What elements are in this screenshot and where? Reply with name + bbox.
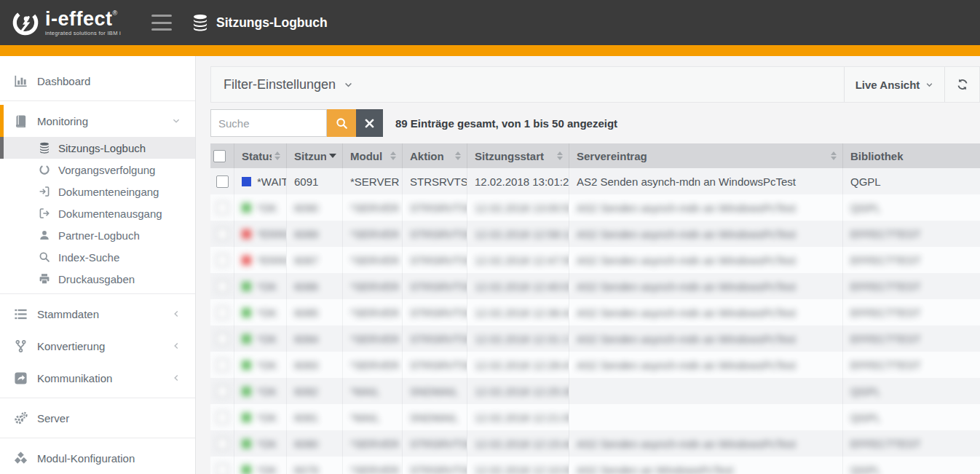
row-checkbox[interactable] bbox=[216, 333, 229, 345]
aktion-cell: SNDMAIL bbox=[403, 378, 467, 404]
row-checkbox[interactable] bbox=[216, 438, 229, 450]
row-checkbox[interactable] bbox=[216, 228, 229, 240]
sidebar-subitem-vorgangsverfolgung[interactable]: Vorgangsverfolgung bbox=[0, 159, 195, 181]
sidebar-divider bbox=[0, 293, 195, 294]
app-logo[interactable]: i-effect® integrated solutions for IBM i bbox=[10, 7, 121, 38]
aktion-value: STRSRVTSK bbox=[410, 438, 467, 450]
sidebar-subitem-dokumentenausgang[interactable]: Dokumentenausgang bbox=[0, 202, 195, 224]
accent-bar bbox=[0, 45, 980, 56]
status-cell: *OK bbox=[234, 352, 287, 378]
status-cell: *OK bbox=[234, 273, 287, 299]
sidebar-subitem-partner-logbuch[interactable]: Partner-Logbuch bbox=[0, 224, 195, 246]
column-header-sitzung[interactable]: Sitzung bbox=[287, 143, 343, 168]
row-checkbox[interactable] bbox=[216, 385, 229, 398]
sidebar-item-label: Kommunikation bbox=[37, 372, 112, 384]
chevron-down-icon bbox=[172, 116, 181, 125]
column-header-bibliothek[interactable]: Bibliothek bbox=[843, 143, 980, 168]
table-row[interactable]: *OK6086*SERVERSTRSRVTSK12.02.2018 12:40:… bbox=[210, 273, 980, 299]
sidebar-item-kommunikation[interactable]: Kommunikation bbox=[0, 362, 195, 394]
table-row[interactable]: *WAIT6091*SERVERSTRSRVTSK12.02.2018 13:0… bbox=[210, 168, 980, 194]
sidebar-item-monitoring[interactable]: Monitoring bbox=[0, 105, 195, 137]
menu-toggle-icon[interactable] bbox=[151, 15, 172, 31]
column-header-aktion[interactable]: Aktion bbox=[403, 143, 467, 168]
aktion-cell: STRSRVTSK bbox=[403, 299, 467, 325]
modul-value: *SERVER bbox=[350, 464, 399, 474]
table-row[interactable]: *OK6085*SERVERSTRSRVTSK12.02.2018 12:36:… bbox=[210, 299, 980, 325]
search-input[interactable] bbox=[210, 109, 327, 137]
table-row[interactable]: *OK6090*SERVERSTRSRVTSK12.02.2018 13:00:… bbox=[210, 194, 980, 221]
circle-notch-icon bbox=[39, 164, 50, 175]
status-square-icon bbox=[242, 203, 251, 213]
table-row[interactable]: *ERROR6089*SERVERSTRSRVTSK12.02.2018 12:… bbox=[210, 221, 980, 247]
column-header-status[interactable]: Status bbox=[234, 143, 287, 168]
row-checkbox[interactable] bbox=[216, 175, 229, 188]
sitzung-cell: 6082 bbox=[287, 378, 343, 404]
sort-icons bbox=[390, 151, 396, 160]
table-row[interactable]: *OK6083*SERVERSTRSRVTSK12.02.2018 12:28:… bbox=[210, 352, 980, 378]
sign-in-icon bbox=[39, 186, 50, 197]
row-checkbox[interactable] bbox=[216, 307, 229, 319]
sort-icons bbox=[274, 151, 280, 160]
search-icon bbox=[39, 251, 50, 263]
sidebar-subitem-dokumenteneingang[interactable]: Dokumenteneingang bbox=[0, 181, 195, 202]
servereintrag-cell: AS2 Senden asynch-mdn an WindowsPcTest bbox=[569, 221, 843, 247]
row-checkbox[interactable] bbox=[216, 411, 229, 424]
select-all-checkbox[interactable] bbox=[213, 150, 226, 162]
servereintrag-value: AS2 Senden asynch-mdn an WindowsPcTest bbox=[577, 359, 796, 371]
sidebar-item-server[interactable]: Server bbox=[0, 402, 195, 434]
sitzung-value: 6085 bbox=[294, 307, 318, 319]
aktion-value: STRSRVTSK bbox=[410, 254, 467, 266]
bibliothek-cell: EFFECTTEST bbox=[843, 299, 980, 325]
sitzungsstart-value: 12.02.2018 12:10:09 bbox=[475, 464, 569, 474]
sidebar-subitem-index-suche[interactable]: Index-Suche bbox=[0, 246, 195, 268]
table-row[interactable]: *OK6084*SERVERSTRSRVTSK12.02.2018 12:31:… bbox=[210, 325, 980, 352]
servereintrag-cell: AS2 Senden asynch-mdn an WindowsPcTest bbox=[569, 168, 843, 194]
sitzungsstart-value: 12.02.2018 12:21:06 bbox=[475, 411, 569, 424]
header-checkbox-cell[interactable] bbox=[210, 143, 234, 168]
modul-cell: *SERVER bbox=[343, 168, 403, 194]
row-checkbox[interactable] bbox=[216, 464, 229, 474]
servereintrag-value: AS2 Senden asynch-mdn an WindowsPcTest bbox=[577, 228, 796, 240]
modul-cell: *SERVER bbox=[343, 273, 403, 299]
row-checkbox[interactable] bbox=[216, 202, 229, 214]
sidebar-item-konvertierung[interactable]: Konvertierung bbox=[0, 330, 195, 362]
sidebar-item-modul-konfiguration[interactable]: Modul-Konfiguration bbox=[0, 442, 195, 474]
bibliothek-value: EFFECTTEST bbox=[850, 359, 921, 371]
table-row[interactable]: *OK6080*SERVERSTRSRVTSK12.02.2018 12:15:… bbox=[210, 430, 980, 457]
search-button[interactable] bbox=[327, 109, 356, 137]
sidebar-item-stammdaten[interactable]: Stammdaten bbox=[0, 298, 195, 330]
sitzung-value: 6083 bbox=[294, 359, 318, 371]
row-checkbox[interactable] bbox=[216, 254, 229, 266]
column-header-servereintrag[interactable]: Servereintrag bbox=[569, 143, 843, 168]
table-row[interactable]: *ERROR6087*SERVERSTRSRVTSK12.02.2018 12:… bbox=[210, 247, 980, 273]
servereintrag-cell: AS2 Senden asynch-mdn an WindowsPcTest bbox=[569, 247, 843, 273]
servereintrag-value: AS2 Senden asynch-mdn an WindowsPcTest bbox=[577, 254, 796, 266]
table-row[interactable]: *OK6079*SERVERSTRSRVTSK12.02.2018 12:10:… bbox=[210, 457, 980, 474]
sidebar-subitem-sitzungs-logbuch[interactable]: Sitzungs-Logbuch bbox=[0, 137, 195, 159]
row-checkbox-cell bbox=[210, 194, 234, 221]
column-header-sitzungsstart[interactable]: Sitzungsstart bbox=[467, 143, 569, 168]
row-checkbox[interactable] bbox=[216, 359, 229, 371]
sign-out-icon bbox=[39, 208, 50, 219]
status-text: *OK bbox=[257, 202, 277, 214]
branch-icon bbox=[14, 339, 28, 353]
sidebar-item-dashboard[interactable]: Dashboard bbox=[0, 65, 195, 97]
column-header-modul[interactable]: Modul bbox=[343, 143, 403, 168]
sidebar-subitem-druckausgaben[interactable]: Druckausgaben bbox=[0, 268, 195, 290]
refresh-button[interactable] bbox=[945, 67, 979, 102]
status-cell: *OK bbox=[234, 430, 287, 457]
live-view-dropdown[interactable]: Live Ansicht bbox=[845, 67, 944, 102]
sort-icons bbox=[831, 151, 837, 160]
clear-search-button[interactable] bbox=[356, 109, 383, 137]
row-checkbox[interactable] bbox=[216, 280, 229, 293]
status-cell: *ERROR bbox=[234, 221, 287, 247]
sitzungsstart-cell: 12.02.2018 12:25:30 bbox=[467, 378, 569, 404]
column-label: Bibliothek bbox=[850, 150, 974, 162]
table-row[interactable]: *OK6081*MAILSNDMAIL12.02.2018 12:21:06QG… bbox=[210, 404, 980, 430]
modul-value: *SERVER bbox=[350, 228, 399, 240]
table-row[interactable]: *OK6082*MAILSNDMAIL12.02.2018 12:25:30QG… bbox=[210, 378, 980, 404]
servereintrag-cell bbox=[569, 404, 843, 430]
sidebar-subitem-label: Dokumenteneingang bbox=[58, 186, 159, 198]
filter-settings-toggle[interactable]: Filter-Einstellungen bbox=[211, 77, 353, 92]
sidebar-subitem-label: Sitzungs-Logbuch bbox=[58, 142, 146, 154]
